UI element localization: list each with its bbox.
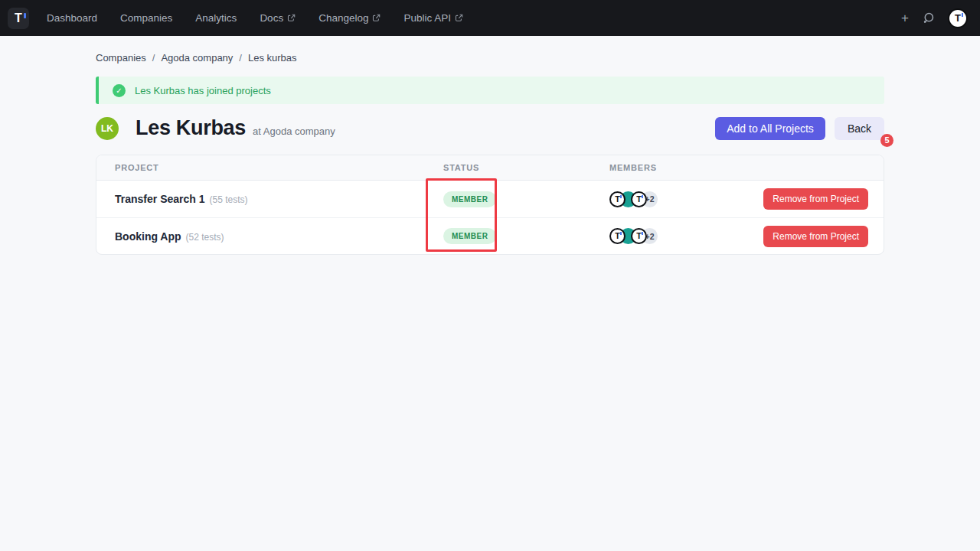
remove-from-project-button[interactable]: Remove from Project xyxy=(763,226,868,247)
page-subtitle: at Agoda company xyxy=(253,126,335,137)
page-header: LK Les Kurbas at Agoda company Add to Al… xyxy=(96,116,884,140)
status-cell: MEMBER xyxy=(443,228,609,244)
project-name: Booking App xyxy=(115,230,181,243)
app-logo[interactable]: T xyxy=(8,8,29,29)
members-cell: T T +2 Remove from Project xyxy=(609,226,868,247)
column-header-members: MEMBERS xyxy=(609,163,868,172)
header-actions: Add to All Projects Back 5 xyxy=(715,117,884,140)
breadcrumb-current: Les kurbas xyxy=(248,52,297,64)
alert-message: Les Kurbas has joined projects xyxy=(135,85,271,96)
nav-item-docs[interactable]: Docs xyxy=(260,12,296,24)
breadcrumb-separator: / xyxy=(152,52,155,64)
nav-links: Dashboard Companies Analytics Docs Chang… xyxy=(47,12,463,24)
column-header-status: STATUS xyxy=(443,163,609,172)
member-avatar: T xyxy=(631,228,647,244)
title-group: Les Kurbas at Agoda company xyxy=(136,116,335,140)
member-avatar: T xyxy=(609,191,626,207)
tests-count: (55 tests) xyxy=(210,194,248,205)
breadcrumb: Companies / Agoda company / Les kurbas xyxy=(96,52,884,64)
external-link-icon xyxy=(372,14,381,22)
member-avatar-stack[interactable]: T T +2 xyxy=(609,191,658,207)
logo-letter: T xyxy=(15,12,22,24)
project-cell: Booking App(52 tests) xyxy=(115,230,443,243)
add-to-all-projects-button[interactable]: Add to All Projects xyxy=(715,117,825,140)
user-initials-avatar: LK xyxy=(96,117,119,140)
table-header-row: PROJECT STATUS MEMBERS xyxy=(96,155,884,181)
check-icon: ✓ xyxy=(113,84,126,97)
back-button[interactable]: Back xyxy=(835,117,884,140)
nav-item-analytics[interactable]: Analytics xyxy=(195,12,237,24)
nav-actions: + T xyxy=(901,8,968,28)
member-avatar: T xyxy=(609,228,626,244)
success-alert: ✓ Les Kurbas has joined projects xyxy=(96,77,884,104)
nav-item-companies[interactable]: Companies xyxy=(120,12,172,24)
logo-accent-icon xyxy=(24,13,26,18)
logo-accent-icon xyxy=(962,13,963,17)
member-avatar-stack[interactable]: T T +2 xyxy=(609,228,658,244)
nav-item-changelog[interactable]: Changelog xyxy=(318,12,381,24)
status-badge: MEMBER xyxy=(443,191,496,207)
avatar-logo-letter: T xyxy=(955,13,961,23)
breadcrumb-agoda-company[interactable]: Agoda company xyxy=(161,52,233,64)
user-avatar[interactable]: T xyxy=(948,8,968,28)
app-page: { "icons": { "check": "✓", "plus": "+" }… xyxy=(0,0,980,551)
logo-accent-icon xyxy=(642,232,643,235)
table-row: Booking App(52 tests) MEMBER T T +2 Remo… xyxy=(96,217,884,254)
plus-icon[interactable]: + xyxy=(901,11,909,24)
project-name: Transfer Search 1 xyxy=(115,193,205,205)
remove-from-project-button[interactable]: Remove from Project xyxy=(763,188,868,210)
status-badge: MEMBER xyxy=(443,228,496,244)
main-content: Companies / Agoda company / Les kurbas ✓… xyxy=(96,52,884,255)
member-avatar: T xyxy=(631,191,647,207)
back-button-wrapper: Back 5 xyxy=(835,117,884,140)
external-link-icon xyxy=(287,14,296,22)
logo-accent-icon xyxy=(620,195,622,198)
nav-item-public-api[interactable]: Public API xyxy=(403,12,463,24)
table-row: Transfer Search 1(55 tests) MEMBER T T +… xyxy=(96,181,884,217)
tests-count: (52 tests) xyxy=(186,232,224,243)
status-cell: MEMBER xyxy=(443,191,609,207)
feed-icon[interactable] xyxy=(922,11,935,24)
page-title: Les Kurbas xyxy=(136,116,246,140)
breadcrumb-separator: / xyxy=(239,52,242,64)
top-navbar: T Dashboard Companies Analytics Docs Cha… xyxy=(0,0,980,36)
members-cell: T T +2 Remove from Project xyxy=(609,188,868,210)
external-link-icon xyxy=(455,14,463,22)
project-cell: Transfer Search 1(55 tests) xyxy=(115,192,443,206)
logo-accent-icon xyxy=(642,195,643,198)
logo-accent-icon xyxy=(620,232,622,235)
nav-item-dashboard[interactable]: Dashboard xyxy=(47,12,97,24)
column-header-project: PROJECT xyxy=(115,163,443,172)
breadcrumb-companies[interactable]: Companies xyxy=(96,52,146,64)
notification-badge: 5 xyxy=(880,134,893,147)
projects-table: PROJECT STATUS MEMBERS Transfer Search 1… xyxy=(96,155,884,255)
